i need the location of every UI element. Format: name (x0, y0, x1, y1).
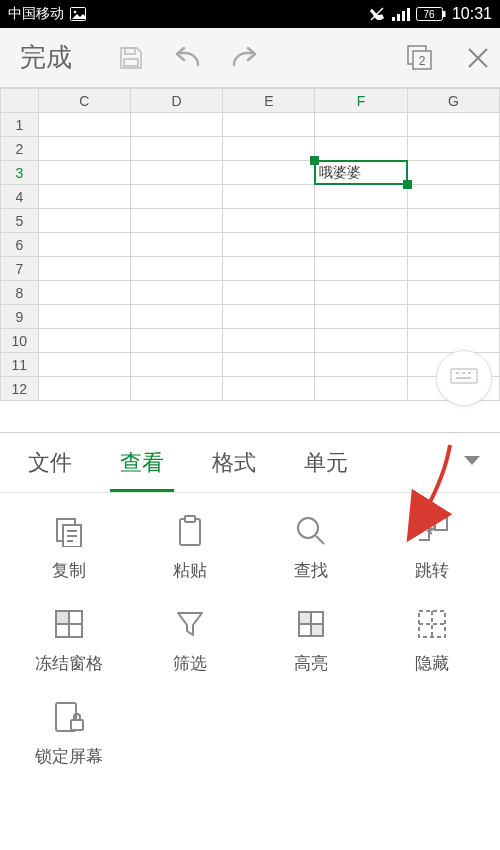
tools-grid: 复制 粘贴 查找 跳转 冻结窗格 筛选 高亮 隐藏 (0, 493, 500, 768)
row-header[interactable]: 7 (1, 257, 39, 281)
svg-text:76: 76 (423, 9, 435, 20)
tab-cell[interactable]: 单元 (280, 433, 372, 492)
row-header[interactable]: 11 (1, 353, 39, 377)
tab-view[interactable]: 查看 (96, 433, 188, 492)
redo-icon (230, 47, 260, 69)
keyboard-toggle-button[interactable] (436, 350, 492, 406)
svg-rect-29 (435, 518, 447, 530)
svg-rect-8 (443, 11, 446, 17)
app-toolbar: 完成 2 (0, 28, 500, 88)
col-header[interactable]: D (130, 89, 222, 113)
svg-text:2: 2 (419, 54, 426, 68)
row-header[interactable]: 1 (1, 113, 39, 137)
selection-handle[interactable] (403, 180, 412, 189)
keyboard-icon (450, 368, 478, 388)
selection-handle[interactable] (310, 156, 319, 165)
row-header[interactable]: 10 (1, 329, 39, 353)
tab-format[interactable]: 格式 (188, 433, 280, 492)
svg-rect-4 (397, 14, 400, 21)
cell-value: 哦婆婆 (319, 164, 361, 180)
col-header[interactable]: C (38, 89, 130, 113)
col-header[interactable]: E (223, 89, 315, 113)
sheets-button[interactable]: 2 (406, 44, 434, 72)
tool-hide[interactable]: 隐藏 (371, 606, 492, 675)
svg-rect-33 (56, 611, 69, 624)
done-button[interactable]: 完成 (10, 40, 82, 75)
corner-cell[interactable] (1, 89, 39, 113)
svg-point-1 (74, 11, 77, 14)
tool-goto[interactable]: 跳转 (371, 513, 492, 582)
svg-rect-35 (299, 612, 311, 624)
paste-icon (175, 514, 205, 548)
svg-rect-15 (451, 369, 477, 383)
svg-rect-43 (71, 720, 83, 730)
col-header-selected[interactable]: F (315, 89, 407, 113)
tabs-more-button[interactable] (448, 454, 496, 472)
filter-icon (175, 609, 205, 639)
tool-label: 粘贴 (173, 559, 207, 582)
col-header[interactable]: G (407, 89, 499, 113)
tab-file[interactable]: 文件 (4, 433, 96, 492)
copy-icon (53, 515, 85, 547)
tool-filter[interactable]: 筛选 (129, 606, 250, 675)
freeze-icon (53, 608, 85, 640)
mute-icon (368, 6, 386, 22)
goto-icon (415, 516, 449, 546)
row-header[interactable]: 5 (1, 209, 39, 233)
panel-tabs: 文件 查看 格式 单元 (0, 433, 500, 493)
image-icon (70, 7, 86, 21)
tool-highlight[interactable]: 高亮 (250, 606, 371, 675)
tool-label: 跳转 (415, 559, 449, 582)
search-icon (295, 515, 327, 547)
tool-label: 复制 (52, 559, 86, 582)
row-header[interactable]: 12 (1, 377, 39, 401)
tool-freeze[interactable]: 冻结窗格 (8, 606, 129, 675)
row-header[interactable]: 2 (1, 137, 39, 161)
svg-rect-3 (392, 17, 395, 21)
tool-copy[interactable]: 复制 (8, 513, 129, 582)
svg-rect-6 (407, 8, 410, 21)
row-header[interactable]: 4 (1, 185, 39, 209)
column-header-row: C D E F G (1, 89, 500, 113)
undo-button[interactable] (172, 47, 202, 69)
tool-lock-screen[interactable]: 锁定屏幕 (8, 699, 129, 768)
tool-label: 锁定屏幕 (35, 745, 103, 768)
svg-rect-10 (125, 48, 135, 54)
spreadsheet[interactable]: C D E F G 1 2 3 哦婆婆 4 5 6 7 8 9 10 11 12 (0, 88, 500, 401)
tool-paste[interactable]: 粘贴 (129, 513, 250, 582)
hide-icon (416, 608, 448, 640)
signal-icon (392, 7, 410, 21)
clock-label: 10:31 (452, 5, 492, 23)
svg-rect-36 (311, 624, 323, 636)
battery-icon: 76 (416, 7, 446, 21)
tool-find[interactable]: 查找 (250, 513, 371, 582)
redo-button[interactable] (230, 47, 260, 69)
close-icon (466, 46, 490, 70)
chevron-down-icon (462, 454, 482, 468)
sheets-icon: 2 (406, 44, 434, 72)
status-bar: 中国移动 76 10:31 (0, 0, 500, 28)
row-header[interactable]: 6 (1, 233, 39, 257)
save-icon (118, 45, 144, 71)
tool-label: 高亮 (294, 652, 328, 675)
close-button[interactable] (466, 46, 490, 70)
lock-screen-icon (53, 700, 85, 734)
selected-cell[interactable]: 哦婆婆 (315, 161, 407, 185)
undo-icon (172, 47, 202, 69)
bottom-panel: 文件 查看 格式 单元 复制 粘贴 查找 跳转 冻结窗格 筛 (0, 432, 500, 850)
tool-label: 筛选 (173, 652, 207, 675)
svg-rect-26 (185, 516, 195, 522)
tool-label: 查找 (294, 559, 328, 582)
svg-line-28 (316, 536, 324, 544)
carrier-label: 中国移动 (8, 5, 64, 23)
svg-rect-11 (124, 59, 138, 66)
row-header[interactable]: 9 (1, 305, 39, 329)
svg-point-27 (298, 518, 318, 538)
row-header[interactable]: 8 (1, 281, 39, 305)
tool-label: 冻结窗格 (35, 652, 103, 675)
tool-label: 隐藏 (415, 652, 449, 675)
save-button[interactable] (118, 45, 144, 71)
row-header-selected[interactable]: 3 (1, 161, 39, 185)
highlight-icon (295, 608, 327, 640)
svg-rect-5 (402, 11, 405, 21)
